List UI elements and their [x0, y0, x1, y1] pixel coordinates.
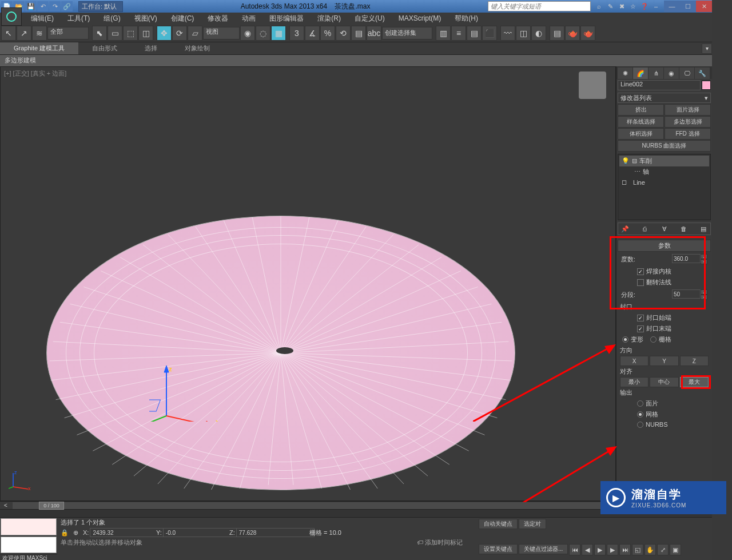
menu-rendering[interactable]: 渲染(R)	[311, 13, 348, 25]
ribbon-expand-icon[interactable]: ▾	[702, 43, 712, 54]
infocenter-icon-2[interactable]: ✎	[606, 2, 615, 11]
time-slider-handle[interactable]: 0 / 100	[39, 502, 64, 510]
modifier-list-dropdown[interactable]: 修改器列表▾	[618, 93, 711, 103]
pin-stack-icon[interactable]: 📌	[620, 224, 630, 233]
menu-edit[interactable]: 编辑(E)	[24, 13, 61, 25]
coord-z-input[interactable]	[236, 528, 315, 537]
save-icon[interactable]: 💾	[25, 1, 37, 11]
out-mesh-radio[interactable]	[637, 411, 643, 418]
menu-help[interactable]: 帮助(H)	[448, 13, 485, 25]
preset-splinesel[interactable]: 样条线选择	[618, 116, 664, 128]
render-icon[interactable]: 🫖	[580, 26, 595, 41]
selection-filter[interactable]: 全部	[47, 27, 89, 39]
curve-editor-icon[interactable]: 〰	[500, 26, 515, 41]
schematic-view-icon[interactable]: ◫	[516, 26, 531, 41]
set-key-button[interactable]: 设置关键点	[479, 544, 518, 554]
keymode-icon[interactable]: ▦	[271, 26, 286, 41]
stack-line[interactable]: ◻ Line	[619, 177, 709, 187]
undo-icon[interactable]: ↶	[37, 1, 49, 11]
display-tab-icon[interactable]: 🖵	[679, 67, 694, 79]
dir-y-button[interactable]: Y	[650, 356, 678, 366]
lock-icon[interactable]: 🔒	[61, 529, 69, 537]
selection-set-input[interactable]	[382, 27, 432, 39]
more-icon[interactable]: –	[651, 2, 661, 11]
preset-facesel[interactable]: 面片选择	[665, 104, 711, 116]
stack-lathe[interactable]: 💡 ⊟ 车削	[619, 156, 709, 166]
render-setup-icon[interactable]: ▤	[550, 26, 564, 41]
spin-down-icon[interactable]: ▾	[701, 295, 707, 300]
object-color-swatch[interactable]	[702, 81, 711, 90]
align-max-button[interactable]: 最大	[680, 377, 709, 387]
bind-spacewarp-icon[interactable]: ≋	[32, 26, 47, 41]
modifier-stack[interactable]: 💡 ⊟ 车削 ⋯ 轴 ◻ Line	[618, 154, 711, 220]
cap-grid-radio[interactable]	[650, 336, 657, 343]
preset-extrude[interactable]: 挤出	[618, 104, 664, 116]
stack-axis[interactable]: ⋯ 轴	[619, 166, 709, 177]
spin-down-icon[interactable]: ▾	[701, 259, 707, 264]
align-min-button[interactable]: 最小	[620, 377, 649, 387]
flip-normals-checkbox[interactable]	[637, 279, 644, 286]
link-icon[interactable]: 🔗	[61, 1, 73, 11]
viewport[interactable]: [+] [正交] [真实 + 边面] z	[0, 66, 616, 501]
prev-frame-icon[interactable]: ◀	[582, 544, 593, 555]
infocenter-icon[interactable]: ⌕	[594, 2, 603, 11]
refcoord-dropdown[interactable]: 视图	[203, 27, 240, 39]
ribbon-panel[interactable]: 多边形建模	[0, 55, 712, 66]
tab-selection[interactable]: 选择	[131, 42, 171, 54]
preset-polysel[interactable]: 多边形选择	[665, 116, 711, 128]
tab-graphite[interactable]: Graphite 建模工具	[0, 42, 78, 54]
params-rollout[interactable]: 参数	[618, 240, 711, 252]
play-icon[interactable]: ▶	[594, 544, 606, 555]
help-icon[interactable]: ❓	[640, 2, 649, 11]
menu-grapheditors[interactable]: 图形编辑器	[262, 13, 311, 25]
menu-customize[interactable]: 自定义(U)	[348, 13, 392, 25]
cap-end-checkbox[interactable]	[637, 325, 644, 332]
tab-freeform[interactable]: 自由形式	[78, 42, 131, 54]
mirror-icon[interactable]: ▥	[436, 26, 451, 41]
favorite-icon[interactable]: ☆	[628, 2, 638, 11]
app-menu-button[interactable]	[1, 7, 22, 26]
spinner-snap-icon[interactable]: ⟲	[336, 26, 351, 41]
max-viewport-icon[interactable]: ▣	[670, 544, 681, 555]
manipulate-icon[interactable]: ◌	[256, 26, 270, 41]
bulb-icon[interactable]: 💡	[622, 157, 630, 165]
pan-icon[interactable]: ✋	[645, 544, 656, 555]
align-center-button[interactable]: 中心	[650, 377, 678, 387]
utilities-tab-icon[interactable]: 🔧	[695, 67, 710, 79]
coords-mode-icon[interactable]: ⊕	[73, 529, 78, 537]
nav-mode-icon[interactable]: ◱	[632, 544, 643, 555]
time-tag-button[interactable]: 🏷 添加时间标记	[417, 538, 463, 547]
render-frame-icon[interactable]: 🫖	[565, 26, 580, 41]
snap-icon[interactable]: 3	[289, 26, 304, 41]
menu-maxscript[interactable]: MAXScript(M)	[392, 13, 448, 23]
maxscript-mini-listener[interactable]	[1, 518, 57, 535]
rotate-icon[interactable]: ⟳	[172, 26, 187, 41]
close-button[interactable]: ✕	[696, 1, 712, 12]
preset-nurbssel[interactable]: NURBS 曲面选择	[618, 140, 711, 152]
unlink-icon[interactable]: ↗	[17, 26, 31, 41]
goto-end-icon[interactable]: ⏭	[619, 544, 631, 555]
modify-tab-icon[interactable]: 🌈	[633, 67, 648, 79]
preset-volsel[interactable]: 体积选择	[618, 128, 664, 140]
goto-start-icon[interactable]: ⏮	[569, 544, 580, 555]
out-nurbs-radio[interactable]	[637, 422, 643, 428]
menu-group[interactable]: 组(G)	[97, 13, 127, 25]
out-patch-radio[interactable]	[637, 400, 643, 407]
menu-tools[interactable]: 工具(T)	[61, 13, 97, 25]
key-filter-button[interactable]: 关键点过滤器...	[519, 544, 568, 554]
preset-ffdsel[interactable]: FFD 选择	[665, 128, 711, 140]
cap-start-checkbox[interactable]	[637, 315, 644, 321]
workspace-dropdown[interactable]: 工作台: 默认	[78, 1, 123, 12]
spin-up-icon[interactable]: ▴	[701, 254, 707, 259]
lathe-object[interactable]	[46, 216, 515, 490]
layers-icon[interactable]: ▤	[467, 26, 482, 41]
hierarchy-tab-icon[interactable]: ⋔	[649, 67, 663, 79]
align-icon[interactable]: ≡	[451, 26, 466, 41]
select-region-icon[interactable]: ⬚	[123, 26, 138, 41]
material-editor-icon[interactable]: ◐	[531, 26, 546, 41]
viewcube[interactable]	[579, 72, 606, 99]
object-name-field[interactable]: Line002	[618, 80, 701, 90]
minimize-button[interactable]: —	[664, 1, 680, 12]
segments-spinner[interactable]: ▴▾	[672, 289, 707, 300]
move-icon[interactable]: ✥	[157, 26, 172, 41]
